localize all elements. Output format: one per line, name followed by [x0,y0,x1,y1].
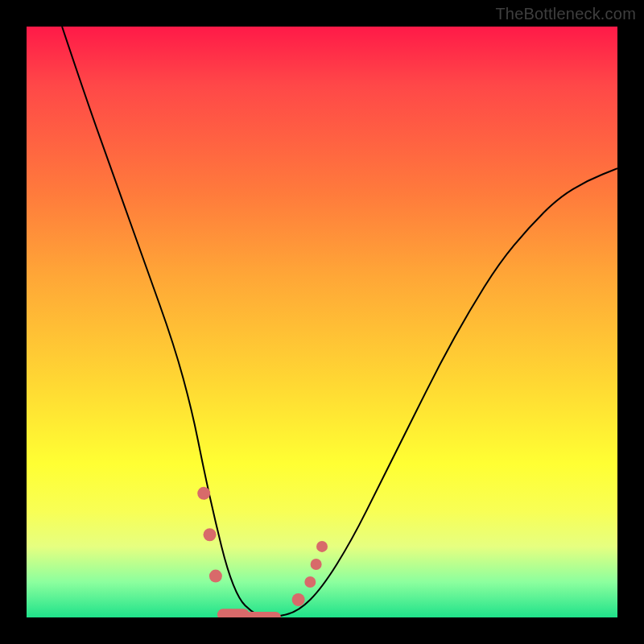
curve-markers [197,487,328,617]
marker-dot [197,487,210,500]
marker-pill [217,609,250,617]
marker-dot [292,593,305,606]
marker-pill [245,612,281,617]
marker-dot [204,528,217,541]
marker-dot [209,570,222,583]
marker-dot [311,559,322,570]
marker-dot [304,576,316,588]
watermark-text: TheBottleneck.com [495,5,636,23]
bottleneck-curve [62,27,617,617]
marker-dot [316,541,328,552]
chart-svg [27,27,617,617]
